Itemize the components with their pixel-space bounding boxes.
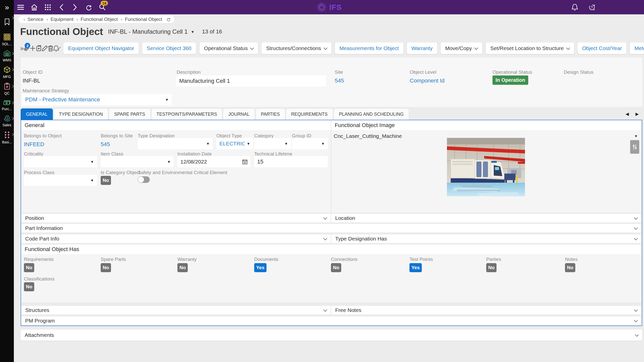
belongs-to-object-link[interactable]: INFEED	[24, 141, 44, 148]
tab-planning-and-scheduling[interactable]: PLANNING AND SCHEDULING	[334, 108, 409, 120]
section-type-designation-has[interactable]: Type Designation Has	[331, 234, 641, 243]
search-icon[interactable]: 16	[95, 0, 109, 14]
toolbar-button-move-copy[interactable]: Move/Copy	[441, 43, 482, 54]
sidebar-item-sales[interactable]: $ Sales	[0, 115, 14, 127]
menu-hamburger-icon[interactable]	[14, 0, 27, 14]
toolbar-button-equipment-object-navigator[interactable]: Equipment Object Navigator	[63, 43, 139, 54]
tab-bar: GENERAL TYPE DESIGNATION SPARE PARTS TES…	[21, 107, 642, 120]
breadcrumb-item[interactable]: Functional Object	[120, 17, 163, 22]
toolbar-button-structures-connections[interactable]: Structures/Connections	[261, 43, 331, 54]
group-id-select[interactable]: ▼	[292, 138, 328, 149]
spare-parts-badge: No	[101, 263, 111, 272]
tab-testpoints-parameters[interactable]: TESTPOINTS/PARAMETERS	[151, 108, 222, 120]
maintenance-strategy-select[interactable]: PDM - Predictive Maintenance ▼	[22, 94, 172, 105]
toolbar-button-operational-status[interactable]: Operational Status	[200, 43, 258, 54]
type-designation-select[interactable]: ▼	[138, 138, 213, 149]
toolbar-button-service-object-360[interactable]: Service Object 360	[142, 43, 196, 54]
bookmarks-item[interactable]	[0, 14, 14, 29]
edit-pencil-icon[interactable]	[42, 43, 48, 54]
field-label: Requirements	[24, 257, 54, 262]
tab-parties[interactable]: PARTIES	[256, 108, 285, 120]
svg-text:?: ?	[591, 5, 593, 9]
toolbar-button-warranty[interactable]: Warranty	[407, 43, 437, 54]
requirements-badge: No	[24, 263, 34, 272]
page-title: Functional Object	[20, 26, 103, 37]
safety-critical-toggle[interactable]	[138, 176, 150, 183]
sidebar-item-basic[interactable]: Basi...	[0, 131, 14, 144]
general-fields-panel: Belongs to Object INFEED Belongs to Site…	[21, 130, 331, 213]
breadcrumb-refresh-icon[interactable]	[166, 17, 171, 22]
dropdown-caret-icon: ▼	[284, 142, 288, 146]
description-input[interactable]: Manufacturing Cell 1	[176, 75, 326, 87]
delete-trash-icon[interactable]	[48, 43, 53, 54]
section-location[interactable]: Location	[331, 214, 641, 222]
sidebar-item-label: MFG	[3, 75, 11, 79]
tab-scroll-left-icon[interactable]: ◀	[626, 111, 629, 117]
field-label: Notes	[565, 257, 578, 262]
toolbar-button-measurements-for-object[interactable]: Measurements for Object	[335, 43, 403, 54]
sidebar-item-purchasing[interactable]: $ Purc...	[0, 99, 14, 111]
nav-back-icon[interactable]	[55, 0, 68, 14]
chevron-right-icon	[11, 101, 14, 104]
collapse-toolbar-icon[interactable]: »	[20, 43, 24, 54]
sidebar-item-qc[interactable]: QC	[0, 83, 14, 95]
tab-type-designation[interactable]: TYPE DESIGNATION	[54, 108, 108, 120]
field-label: Operational Status	[493, 69, 532, 75]
item-class-select[interactable]: ▼	[101, 156, 174, 167]
tab-journal[interactable]: JOURNAL	[223, 108, 255, 120]
object-type-select[interactable]: ELECTRICAL -...▼	[216, 138, 253, 149]
refresh-icon[interactable]	[82, 0, 95, 14]
tab-general[interactable]: GENERAL	[21, 108, 53, 120]
nav-forward-icon[interactable]	[68, 0, 82, 14]
section-attachments[interactable]: Attachments	[21, 330, 642, 341]
section-position[interactable]: Position	[21, 214, 331, 222]
criticality-select[interactable]: ▼	[24, 156, 97, 167]
toolbar-button-metering-invoicing[interactable]: Metering Invoicing	[630, 43, 644, 54]
tab-spare-parts[interactable]: SPARE PARTS	[109, 108, 150, 120]
site-link[interactable]: 545	[335, 77, 344, 84]
tab-requirements[interactable]: REQUIREMENTS	[286, 108, 333, 120]
sidebar-expand-icon[interactable]: »	[0, 0, 14, 14]
process-class-select[interactable]: ▼	[24, 175, 97, 186]
section-pm-program[interactable]: PM Program	[21, 316, 641, 325]
image-panel: Cnc_Laser_Cutting_Machine ▼	[331, 130, 641, 213]
object-header-panel: Object ID INF-BL Description Manufacturi…	[21, 57, 642, 107]
record-selector-caret-icon[interactable]: ▼	[191, 30, 195, 34]
home-icon[interactable]	[27, 0, 41, 14]
notifications-bell-icon[interactable]	[568, 0, 582, 14]
add-icon[interactable]	[30, 43, 36, 54]
section-part-information[interactable]: Part Information	[21, 224, 641, 232]
image-settings-button[interactable]	[630, 140, 639, 154]
toolbar-button-object-cost-year[interactable]: Object Cost/Year	[578, 43, 626, 54]
attachments-paperclip-icon[interactable]: 2	[24, 43, 30, 54]
breadcrumb-item[interactable]: Service	[22, 17, 45, 22]
object-level-link[interactable]: Component Id	[410, 77, 444, 84]
toolbar-button-set-reset-location[interactable]: Set/Reset Location to Structure	[486, 43, 574, 54]
belongs-to-site-link[interactable]: 545	[101, 141, 110, 148]
chevron-right-icon	[11, 133, 14, 136]
field-label: Process Class	[24, 170, 54, 175]
app-launcher-icon[interactable]	[41, 0, 55, 14]
sidebar-item-wms[interactable]: WMS	[0, 50, 14, 62]
sidebar-item-sol[interactable]: SOL...	[0, 33, 14, 46]
technical-lifetime-input[interactable]: 15	[254, 156, 328, 167]
breadcrumb-row: Service Equipment Functional Object Func…	[14, 14, 644, 24]
installation-date-input[interactable]: 12/08/2022	[177, 156, 250, 167]
calendar-icon[interactable]	[242, 159, 247, 164]
record-selector[interactable]: INF-BL - Manufacturing Cell 1	[108, 28, 188, 35]
section-code-part-info[interactable]: Code Part Info	[21, 234, 331, 243]
duplicate-icon[interactable]	[36, 43, 42, 54]
field-label: Belongs to Object	[24, 133, 62, 139]
top-app-bar: 16 IFS ?	[14, 0, 644, 14]
sidebar-item-mfg[interactable]: MFG	[0, 66, 14, 79]
dropdown-caret-icon: ▼	[90, 160, 94, 164]
tab-scroll-right-icon[interactable]: ▶	[635, 111, 639, 117]
alerts-bell-icon[interactable]	[53, 43, 59, 54]
section-structures[interactable]: Structures	[21, 306, 331, 314]
breadcrumb-item[interactable]: Functional Object	[75, 17, 119, 22]
section-free-notes[interactable]: Free Notes	[331, 306, 641, 314]
breadcrumb-item[interactable]: Equipment	[46, 17, 74, 22]
category-select[interactable]: ▼	[254, 138, 291, 149]
classifications-badge: No	[24, 282, 34, 291]
help-assistant-icon[interactable]: ?	[585, 0, 599, 14]
